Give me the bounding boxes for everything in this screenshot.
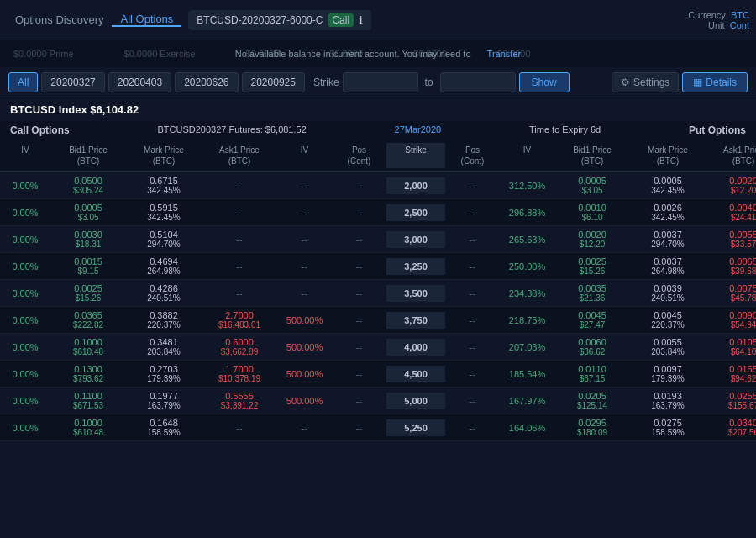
date-info: 27Mar2020 bbox=[395, 124, 442, 136]
call-iv2: 500.00% bbox=[277, 366, 332, 382]
put-bid1: 0.0025$15.26 bbox=[554, 253, 630, 279]
table-row[interactable]: 0.00% 0.0030$18.31 0.5104294.70% -- -- -… bbox=[0, 226, 756, 253]
filter-all-button[interactable]: All bbox=[8, 72, 38, 92]
filter-date-20200327[interactable]: 20200327 bbox=[41, 72, 104, 92]
col-iv2-right: IV bbox=[500, 143, 554, 168]
call-ask1: 0.5555$3,391.22 bbox=[202, 388, 277, 414]
call-mark: 0.5104294.70% bbox=[126, 226, 202, 252]
balance-col6: $0.0000 bbox=[497, 49, 531, 59]
strike-value: 5,000 bbox=[386, 393, 445, 409]
call-mark: 0.5915342.45% bbox=[126, 199, 202, 225]
call-bid1: 0.0025$15.26 bbox=[50, 280, 126, 306]
call-bid1: 0.0365$222.82 bbox=[50, 307, 126, 333]
table-row[interactable]: 0.00% 0.1000$610.48 0.3481203.84% 0.6000… bbox=[0, 334, 756, 361]
strike-value: 3,500 bbox=[386, 285, 445, 302]
unit-label: Unit bbox=[708, 20, 725, 30]
call-iv: 0.00% bbox=[0, 231, 50, 248]
balance-columns: $0.0000 Prime $0.0000 Exercise $0.0000 $… bbox=[13, 49, 531, 59]
col-ask1-right: Ask1 Price(BTC) bbox=[706, 143, 756, 168]
put-iv2: 234.38% bbox=[500, 285, 554, 302]
put-iv2: 207.03% bbox=[500, 339, 554, 356]
put-ask1: 0.0155$94.62 bbox=[706, 361, 756, 387]
put-mark: 0.0055203.84% bbox=[630, 334, 706, 360]
currency-value[interactable]: BTC bbox=[731, 10, 749, 20]
call-badge: Call bbox=[328, 13, 354, 27]
call-bid1: 0.0030$18.31 bbox=[50, 226, 126, 252]
table-row[interactable]: 0.00% 0.0365$222.82 0.3882220.37% 2.7000… bbox=[0, 307, 756, 334]
call-bid1: 0.0015$9.15 bbox=[50, 253, 126, 279]
details-button[interactable]: ▦ Details bbox=[682, 72, 748, 92]
call-mark: 0.1977163.79% bbox=[126, 388, 202, 414]
call-iv2: 500.00% bbox=[277, 339, 332, 356]
call-bid1: 0.1300$793.62 bbox=[50, 361, 126, 387]
instrument-selector[interactable]: BTCUSD-20200327-6000-C Call ℹ bbox=[188, 10, 371, 30]
column-headers: IV Bid1 Price(BTC) Mark Price(BTC) Ask1 … bbox=[0, 140, 756, 172]
table-row[interactable]: 0.00% 0.1300$793.62 0.2703179.39% 1.7000… bbox=[0, 361, 756, 388]
table-row[interactable]: 0.00% 0.1100$671.53 0.1977163.79% 0.5555… bbox=[0, 388, 756, 414]
put-pos: -- bbox=[445, 339, 500, 356]
table-row[interactable]: 0.00% 0.0015$9.15 0.4694264.98% -- -- --… bbox=[0, 253, 756, 280]
filter-date-20200626[interactable]: 20200626 bbox=[175, 72, 238, 92]
options-discovery-tab[interactable]: Options Discovery bbox=[7, 13, 112, 26]
call-bid1: 0.1100$671.53 bbox=[50, 388, 126, 414]
call-iv: 0.00% bbox=[0, 339, 50, 356]
strike-from-input[interactable] bbox=[343, 72, 418, 92]
info-icon[interactable]: ℹ bbox=[359, 14, 363, 26]
call-pos: -- bbox=[332, 393, 386, 409]
strike-to-input[interactable] bbox=[440, 72, 516, 92]
put-mark: 0.0037294.70% bbox=[630, 226, 706, 252]
table-row[interactable]: 0.00% 0.0025$15.26 0.4286240.51% -- -- -… bbox=[0, 280, 756, 307]
call-pos: -- bbox=[332, 366, 386, 382]
options-info-row: Call Options BTCUSD200327 Futures: $6,08… bbox=[0, 121, 756, 140]
filter-bar: All 20200327 20200403 20200626 20200925 … bbox=[0, 67, 756, 98]
table-row[interactable]: 0.00% 0.1000$610.48 0.1648158.59% -- -- … bbox=[0, 414, 756, 441]
unit-value[interactable]: Cont bbox=[730, 20, 749, 30]
show-button[interactable]: Show bbox=[519, 72, 570, 92]
put-ask1: 0.0040$24.41 bbox=[706, 199, 756, 225]
put-iv2: 164.06% bbox=[500, 419, 554, 436]
call-pos: -- bbox=[332, 285, 386, 302]
expiry-info: Time to Expiry 6d bbox=[529, 124, 601, 136]
put-bid1: 0.0020$12.20 bbox=[554, 226, 630, 252]
put-mark: 0.0026342.45% bbox=[630, 199, 706, 225]
balance-bar: $0.0000 Prime $0.0000 Exercise $0.0000 $… bbox=[0, 40, 756, 67]
call-mark: 0.6715342.45% bbox=[126, 172, 202, 198]
call-mark: 0.1648158.59% bbox=[126, 414, 202, 440]
put-pos: -- bbox=[445, 177, 500, 194]
instrument-name: BTCUSD-20200327-6000-C bbox=[197, 14, 323, 26]
strike-value: 2,500 bbox=[386, 204, 445, 221]
settings-button[interactable]: ⚙ Settings bbox=[612, 72, 679, 92]
call-pos: -- bbox=[332, 204, 386, 221]
put-mark: 0.0193163.79% bbox=[630, 388, 706, 414]
filter-date-20200925[interactable]: 20200925 bbox=[242, 72, 305, 92]
put-ask1: 0.0090$54.94 bbox=[706, 307, 756, 333]
balance-col5: $0.0000 bbox=[413, 49, 447, 59]
strike-value: 3,250 bbox=[386, 258, 445, 275]
put-iv2: 218.75% bbox=[500, 312, 554, 329]
put-pos: -- bbox=[445, 366, 500, 382]
put-iv2: 185.54% bbox=[500, 366, 554, 382]
put-bid1: 0.0110$67.15 bbox=[554, 361, 630, 387]
col-pos-right: Pos(Cont) bbox=[445, 143, 500, 168]
table-row[interactable]: 0.00% 0.0005$3.05 0.5915342.45% -- -- --… bbox=[0, 199, 756, 226]
call-pos: -- bbox=[332, 419, 386, 436]
put-ask1: 0.0105$64.10 bbox=[706, 334, 756, 360]
call-bid1: 0.1000$610.48 bbox=[50, 334, 126, 360]
call-ask1: 0.6000$3,662.89 bbox=[202, 334, 277, 360]
filter-date-20200403[interactable]: 20200403 bbox=[108, 72, 171, 92]
call-pos: -- bbox=[332, 177, 386, 194]
call-bid1: 0.1000$610.48 bbox=[50, 414, 126, 440]
put-iv2: 265.63% bbox=[500, 231, 554, 248]
settings-label: Settings bbox=[633, 76, 669, 88]
call-bid1: 0.0005$3.05 bbox=[50, 199, 126, 225]
call-mark: 0.3882220.37% bbox=[126, 307, 202, 333]
col-bid1-right: Bid1 Price(BTC) bbox=[554, 143, 630, 168]
put-bid1: 0.0045$27.47 bbox=[554, 307, 630, 333]
table-row[interactable]: 0.00% 0.0500$305.24 0.6715342.45% -- -- … bbox=[0, 172, 756, 199]
filter-to-label: to bbox=[425, 76, 433, 88]
balance-col3: $0.0000 bbox=[246, 49, 280, 59]
call-ask1: -- bbox=[202, 177, 277, 194]
call-iv: 0.00% bbox=[0, 258, 50, 275]
call-iv: 0.00% bbox=[0, 419, 50, 436]
all-options-tab[interactable]: All Options bbox=[112, 13, 181, 27]
